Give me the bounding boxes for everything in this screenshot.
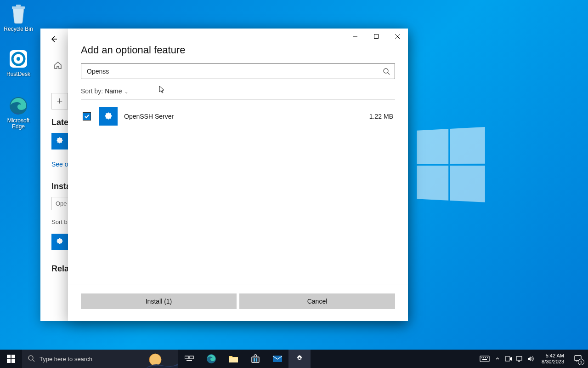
rustdesk-icon — [8, 49, 28, 69]
tray-overflow-icon[interactable] — [492, 350, 503, 368]
svg-rect-20 — [252, 357, 259, 362]
svg-point-7 — [384, 69, 388, 73]
notification-badge: 1 — [578, 359, 584, 365]
feature-size: 1.22 MB — [369, 113, 393, 120]
svg-point-12 — [28, 356, 33, 360]
tray-keyboard-icon[interactable] — [477, 350, 492, 368]
dialog-title: Add an optional feature — [81, 45, 395, 56]
notification-center-button[interactable]: 1 — [568, 350, 588, 368]
search-placeholder: Type here to search — [40, 356, 92, 362]
taskbar-clock[interactable]: 5:42 AM 8/30/2023 — [538, 353, 568, 365]
desktop-icon-rustdesk[interactable]: RustDesk — [1, 49, 36, 77]
taskbar-pinned — [178, 350, 311, 368]
home-icon[interactable] — [53, 61, 62, 72]
clock-time: 5:42 AM — [542, 353, 564, 359]
search-input[interactable] — [81, 68, 395, 75]
svg-rect-17 — [187, 360, 192, 361]
svg-rect-29 — [483, 357, 484, 358]
tray-volume-icon[interactable] — [525, 350, 536, 368]
maximize-button[interactable] — [366, 29, 387, 44]
feature-tile-icon — [51, 133, 68, 150]
search-box[interactable] — [81, 63, 395, 79]
titlebar — [68, 29, 408, 45]
desktop-icon-recycle-bin[interactable]: Recycle Bin — [1, 4, 36, 32]
cancel-button[interactable]: Cancel — [239, 293, 395, 309]
svg-rect-32 — [482, 359, 487, 360]
svg-rect-25 — [273, 356, 282, 362]
clock-date: 8/30/2023 — [542, 359, 564, 365]
desktop-icon-label: RustDesk — [1, 71, 36, 77]
svg-rect-34 — [516, 356, 522, 360]
sort-value: Name — [105, 87, 122, 95]
minimize-button[interactable] — [345, 29, 366, 44]
desktop-icon-edge[interactable]: Microsoft Edge — [1, 96, 36, 130]
sort-label: Sort by: — [81, 87, 103, 95]
svg-rect-15 — [185, 356, 188, 359]
add-feature-button[interactable]: + — [51, 93, 68, 109]
svg-rect-19 — [229, 357, 238, 362]
tray-meet-now-icon[interactable] — [503, 350, 514, 368]
taskbar-file-explorer[interactable] — [222, 350, 244, 368]
taskbar-edge[interactable] — [200, 350, 222, 368]
svg-rect-11 — [11, 359, 15, 363]
feature-row-openssh-server[interactable]: OpenSSH Server 1.22 MB — [81, 103, 395, 130]
feature-icon — [99, 107, 118, 126]
svg-rect-0 — [12, 6, 25, 9]
feature-name: OpenSSH Server — [124, 113, 369, 120]
svg-rect-1 — [16, 5, 21, 6]
svg-rect-30 — [485, 357, 486, 358]
svg-point-4 — [17, 57, 20, 61]
windows-logo — [417, 127, 487, 204]
svg-rect-9 — [11, 355, 15, 358]
add-optional-feature-dialog: Add an optional feature Sort by: Name ⌄ … — [68, 29, 408, 321]
svg-rect-8 — [7, 355, 11, 358]
dialog-footer: Install (1) Cancel — [68, 284, 408, 321]
recycle-bin-icon — [8, 4, 28, 24]
desktop-icon-label: Microsoft Edge — [1, 118, 36, 130]
svg-rect-33 — [505, 356, 510, 361]
divider — [81, 99, 395, 100]
close-button[interactable] — [387, 29, 408, 44]
taskbar: Type here to search — [0, 350, 588, 368]
feature-tile-icon — [51, 234, 68, 250]
sort-by-dropdown[interactable]: Sort by: Name ⌄ — [81, 87, 395, 95]
taskbar-search[interactable]: Type here to search — [22, 350, 178, 368]
checkbox-checked-icon[interactable] — [83, 112, 91, 121]
svg-rect-35 — [518, 361, 520, 362]
search-icon — [383, 68, 390, 77]
search-icon — [28, 355, 35, 363]
svg-rect-21 — [254, 358, 255, 360]
system-tray — [477, 350, 538, 368]
search-artwork — [146, 350, 178, 368]
tray-network-icon[interactable] — [514, 350, 525, 368]
svg-rect-16 — [190, 356, 193, 359]
feature-list: OpenSSH Server 1.22 MB — [81, 103, 395, 284]
back-arrow-icon[interactable] — [50, 35, 58, 45]
svg-rect-6 — [374, 34, 379, 39]
taskbar-mail[interactable] — [266, 350, 288, 368]
svg-rect-10 — [7, 359, 11, 363]
install-button[interactable]: Install (1) — [81, 293, 237, 309]
svg-rect-22 — [256, 358, 257, 360]
start-button[interactable] — [0, 350, 22, 368]
desktop-icon-label: Recycle Bin — [1, 26, 36, 32]
svg-rect-27 — [480, 356, 489, 362]
svg-rect-31 — [487, 357, 488, 358]
svg-rect-28 — [481, 357, 482, 358]
svg-rect-24 — [256, 360, 257, 362]
taskbar-store[interactable] — [244, 350, 266, 368]
svg-rect-23 — [254, 360, 255, 362]
edge-icon — [8, 96, 28, 116]
svg-point-26 — [299, 357, 300, 359]
taskbar-settings[interactable] — [288, 350, 311, 368]
chevron-down-icon: ⌄ — [124, 89, 128, 94]
task-view-button[interactable] — [178, 350, 200, 368]
